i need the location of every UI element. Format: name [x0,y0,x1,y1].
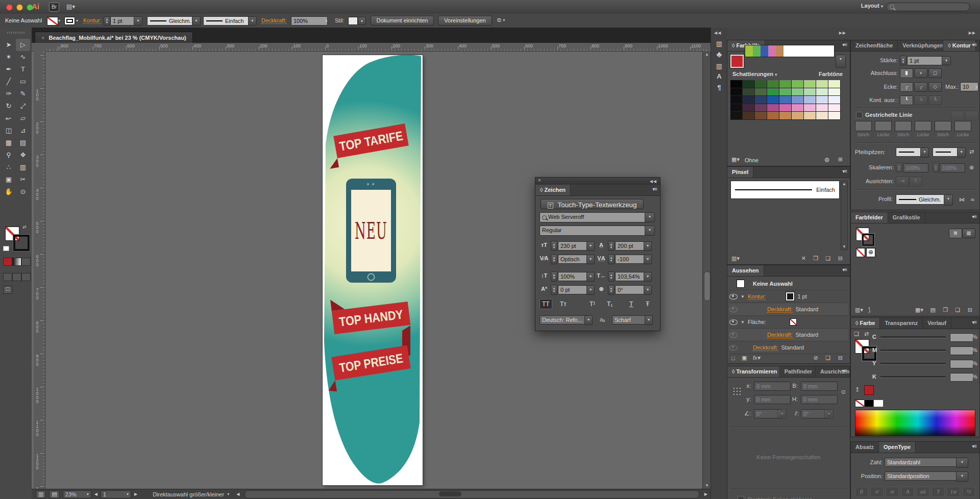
color-spectrum-bar[interactable] [855,410,975,436]
rotation-stepper[interactable]: ▲▼ [608,285,615,295]
color-cell[interactable] [755,104,767,112]
expand-arrow-icon[interactable]: ▼ [741,294,745,299]
align-arrow-end-button[interactable]: ⤒ [909,177,922,186]
swap-fill-stroke-icon[interactable]: ⇄ [22,224,27,230]
stroke-weight-stepper[interactable]: ▲▼ [104,16,110,26]
color-cell[interactable] [816,96,828,104]
color-cell[interactable] [816,112,828,120]
baseline-stepper[interactable]: ▲▼ [551,285,557,295]
pencil-tool[interactable]: ✎ [16,88,30,100]
font-family-dropdown-icon[interactable] [645,212,655,222]
fill-swatch[interactable] [47,17,58,26]
subscript-button[interactable]: T₁ [605,299,615,309]
color-cell[interactable] [767,80,779,88]
tracking-dropdown-icon[interactable] [644,255,652,264]
miter-join-button[interactable]: ┌ [900,82,913,92]
ruler-corner[interactable] [32,43,45,52]
stroke-dropdown-icon[interactable]: ▾ [76,18,78,23]
color-cell[interactable] [804,104,816,112]
butt-cap-button[interactable]: ▮ [900,68,913,78]
align-outside-button[interactable]: ┗ [928,95,942,105]
tab-absatz[interactable]: Absatz [851,442,879,453]
horizontal-scroll-thumb[interactable] [439,491,461,496]
character-styles-icon[interactable]: A [711,72,727,80]
profile-dropdown-icon[interactable] [192,16,201,26]
color-cell[interactable] [792,96,804,104]
scale-start-field[interactable]: 100% [903,163,928,172]
tab-opentype[interactable]: OpenType [879,442,916,453]
small-caps-button[interactable]: Tᴛ [558,299,569,309]
base-color-swatch[interactable] [730,55,744,68]
color-cell[interactable] [816,104,828,112]
tracking-stepper[interactable]: ▲▼ [608,254,615,264]
vscale-field[interactable]: 100% [558,272,591,281]
tab-kontur[interactable]: Kontur [943,40,976,51]
color-cell[interactable] [816,80,828,88]
flip-across-icon[interactable]: ≍ [970,196,975,203]
artboard-tool[interactable]: ▣ [2,173,16,186]
strikethrough-button[interactable]: Ŧ [644,299,651,309]
link-scale-icon[interactable]: ⊗ [969,164,974,171]
leading-field[interactable]: 200 pt [615,241,648,251]
color-cell[interactable] [804,88,816,96]
color-cell[interactable] [804,112,816,120]
channel-value-field[interactable] [950,360,973,368]
eyedropper-tool[interactable]: ⚲ [2,149,16,161]
registration-swatch[interactable]: ⊕ [866,248,875,257]
position-field[interactable]: Standardposition [885,471,960,481]
draw-behind-button[interactable] [12,273,21,281]
color-cell[interactable] [767,104,779,112]
color-cell[interactable] [767,88,779,96]
scale-end-stepper[interactable]: ▲▼ [933,163,939,172]
new-stroke-icon[interactable]: □ [731,355,735,361]
round-cap-button[interactable]: ◖ [914,68,927,78]
panel-menu-icon[interactable] [972,214,976,219]
color-cell[interactable] [792,88,804,96]
white-button[interactable] [873,400,884,407]
type-tool[interactable]: T [16,63,30,76]
collapse-dock-icon[interactable]: ▶▶ [839,31,846,35]
remove-brush-stroke-icon[interactable]: ✕ [801,255,806,262]
variable-width-profile-dropdown[interactable]: Gleichm. [147,16,197,26]
close-tab-icon[interactable]: × [41,35,44,41]
hscale-stepper[interactable]: ▲▼ [608,271,615,282]
color-cell[interactable] [779,96,792,104]
default-colors-icon[interactable] [3,246,9,251]
stroke-swatch[interactable] [64,17,75,25]
font-size-field[interactable]: 230 pt [558,241,591,251]
flip-along-icon[interactable]: ⋈ [959,196,965,203]
rotate-dropdown-icon[interactable] [777,409,787,419]
feature-button[interactable]: T [932,487,945,497]
minimize-window-button[interactable] [16,4,23,11]
reference-point-selector[interactable] [732,387,741,395]
panel-menu-icon[interactable] [652,186,657,192]
channel-slider[interactable] [880,350,946,352]
color-cell[interactable] [779,104,792,112]
panel-menu-icon[interactable] [842,42,847,47]
lasso-tool[interactable]: ∿ [16,51,30,63]
brush-options-icon[interactable]: ❐ [813,255,818,262]
duplicate-item-icon[interactable]: ❏ [825,355,830,361]
color-cell[interactable] [828,104,841,112]
tracking-field[interactable]: -100 [615,255,648,264]
figure-field[interactable]: Standardzahl [885,458,960,467]
panel-menu-icon[interactable] [842,368,847,373]
color-cell[interactable] [816,88,828,96]
color-cell[interactable] [828,88,841,96]
draw-inside-button[interactable] [21,273,31,281]
tab-transformieren[interactable]: Transformieren [727,366,780,377]
bridge-button[interactable]: Br [49,3,59,12]
visibility-eye-icon[interactable] [729,294,738,300]
color-cell[interactable] [730,104,743,112]
new-brush-icon[interactable]: ❏ [825,255,830,262]
color-cell[interactable] [779,88,792,96]
scroll-up-icon[interactable]: ▲ [841,182,847,186]
color-cell[interactable] [779,80,792,88]
brush-libraries-icon[interactable]: ▥ [711,40,727,47]
color-cell[interactable] [743,112,755,120]
weight-stepper[interactable]: ▲▼ [900,56,906,65]
height-field[interactable]: 0 mm [801,395,838,404]
feature-button[interactable]: ơ [870,487,884,497]
edit-colors-icon[interactable]: ◍ [824,156,829,163]
color-variation-grid[interactable] [730,80,841,120]
